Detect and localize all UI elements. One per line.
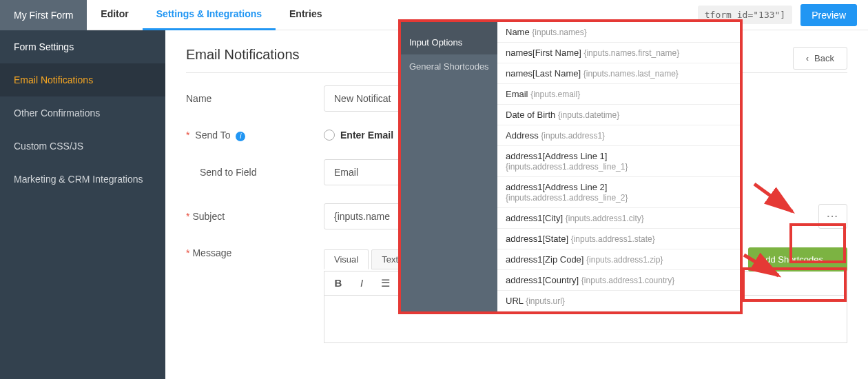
popup-row[interactable]: address1[State] {inputs.address1.state} (497, 229, 740, 249)
sendto-radio-wrap[interactable]: Enter Email (324, 130, 393, 141)
popup-row-label: names[First Name] (506, 48, 581, 58)
popup-row[interactable]: names[Last Name] {inputs.names.last_name… (497, 63, 740, 84)
name-label: Name (186, 93, 324, 104)
popup-row-code: {inputs.url} (526, 296, 565, 306)
popup-row-code: {inputs.names} (532, 28, 586, 37)
sidebar-item-custom-css-js[interactable]: Custom CSS/JS (0, 130, 165, 163)
radio-icon (324, 130, 335, 141)
message-label: Message (186, 247, 324, 258)
tab-settings-integrations[interactable]: Settings & Integrations (143, 0, 276, 30)
editor-tab-visual[interactable]: Visual (324, 249, 369, 269)
tab-entries[interactable]: Entries (276, 0, 335, 30)
popup-row[interactable]: address1[Zip Code] {inputs.address1.zip} (497, 249, 740, 270)
subject-label: Subject (186, 211, 324, 222)
sidebar-item-form-settings[interactable]: Form Settings (0, 30, 165, 63)
popup-left: Input Options General Shortcodes (401, 22, 497, 311)
italic-icon[interactable]: I (355, 277, 369, 289)
popup-row-label: Address (506, 130, 539, 141)
popup-row-code: {inputs.email} (530, 90, 580, 99)
chevron-left-icon: ‹ (806, 53, 809, 63)
popup-row-code: {inputs.address1.state} (571, 234, 655, 244)
popup-row-code: {inputs.address1.zip} (586, 255, 663, 265)
topbar-tabs: Editor Settings & Integrations Entries (87, 0, 335, 30)
popup-row-code: {inputs.address1.country} (581, 276, 674, 285)
popup-row-label: Date of Birth (506, 110, 555, 120)
popup-row[interactable]: URL {inputs.url} (497, 291, 740, 311)
popup-row[interactable]: address1[Address Line 2] {inputs.address… (497, 177, 740, 208)
form-title: My First Form (0, 0, 87, 30)
add-shortcodes-button[interactable]: Add Shortcodes ⌄ (748, 247, 847, 272)
popup-tab-general-shortcodes[interactable]: General Shortcodes (401, 54, 497, 79)
popup-row[interactable]: address1[Address Line 1] {inputs.address… (497, 146, 740, 177)
popup-row-label: URL (506, 296, 524, 306)
popup-row-code: {inputs.address1} (541, 131, 605, 141)
popup-row[interactable]: names[First Name] {inputs.names.first_na… (497, 43, 740, 63)
popup-row-label: address1[City] (506, 213, 563, 223)
sendto-label-text: Send To (195, 130, 230, 141)
sidebar: Form Settings Email Notifications Other … (0, 30, 165, 379)
list-ul-icon[interactable]: ☰ (378, 277, 392, 289)
sendto-label: Send To i (186, 130, 324, 141)
sidebar-item-email-notifications[interactable]: Email Notifications (0, 63, 165, 96)
popup-row-label: Email (506, 89, 528, 99)
popup-row[interactable]: Email {inputs.email} (497, 84, 740, 105)
preview-button[interactable]: Preview (800, 4, 857, 26)
shortcodes-popup: Input Options General Shortcodes Name {i… (398, 19, 743, 314)
popup-row-label: address1[Address Line 2] (506, 182, 607, 192)
popup-row-code: {inputs.names.last_name} (583, 69, 679, 79)
popup-row-code: {inputs.names.first_name} (583, 48, 679, 58)
popup-row[interactable]: Name {inputs.names} (497, 22, 740, 43)
editor-tabs: Visual Text (324, 249, 409, 269)
ellipsis-button[interactable]: ··· (818, 204, 847, 229)
popup-row-label: address1[Zip Code] (506, 254, 583, 265)
popup-row-label: address1[Country] (506, 275, 579, 285)
back-button[interactable]: ‹ Back (793, 47, 847, 70)
popup-right: Name {inputs.names}names[First Name] {in… (497, 22, 740, 311)
add-shortcodes-label: Add Shortcodes (759, 254, 823, 265)
popup-row-label: names[Last Name] (506, 68, 581, 79)
popup-tab-input-options[interactable]: Input Options (401, 30, 497, 54)
popup-row[interactable]: Address {inputs.address1} (497, 125, 740, 146)
popup-row[interactable]: address1[Country] {inputs.address1.count… (497, 270, 740, 291)
popup-row-code: {inputs.address1.city} (566, 214, 644, 223)
sidebar-item-marketing-crm[interactable]: Marketing & CRM Integrations (0, 163, 165, 196)
popup-row[interactable]: Date of Birth {inputs.datetime} (497, 105, 740, 125)
tab-editor[interactable]: Editor (87, 0, 142, 30)
back-label: Back (814, 53, 834, 63)
sidebar-item-other-confirmations[interactable]: Other Confirmations (0, 96, 165, 130)
popup-row-label: Name (506, 27, 530, 37)
bold-icon[interactable]: B (331, 277, 345, 289)
popup-row-code: {inputs.address1.address_line_1} (506, 162, 628, 172)
info-icon[interactable]: i (236, 132, 245, 141)
popup-row-code: {inputs.datetime} (558, 110, 619, 120)
popup-row-label: address1[State] (506, 234, 568, 244)
popup-row-code: {inputs.address1.address_line_2} (506, 193, 628, 203)
popup-row-label: address1[Address Line 1] (506, 151, 607, 161)
chevron-down-icon: ⌄ (829, 254, 836, 265)
sendto-field-label: Send to Field (200, 167, 324, 178)
sendto-radio-label: Enter Email (340, 130, 393, 141)
popup-row[interactable]: address1[City] {inputs.address1.city} (497, 208, 740, 229)
